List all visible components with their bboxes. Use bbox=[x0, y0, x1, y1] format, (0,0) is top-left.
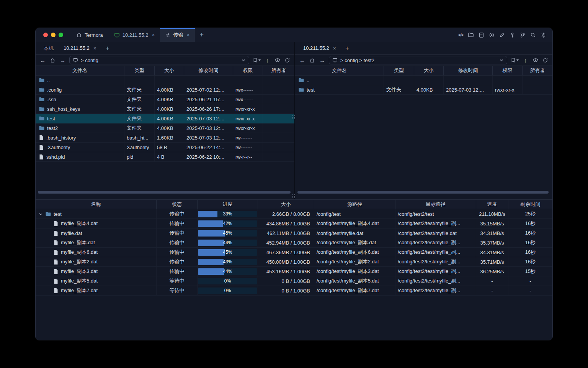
column-header[interactable]: 文件名 bbox=[295, 66, 384, 75]
path-input[interactable]: > config bbox=[69, 56, 249, 64]
panel-splitter-handle[interactable] bbox=[292, 115, 295, 119]
new-tab-button[interactable]: + bbox=[101, 42, 114, 54]
file-perm bbox=[233, 76, 263, 85]
transfer-status: 传输中 bbox=[157, 248, 198, 257]
navbar-right: ← → > config > test2 ↑ bbox=[295, 55, 552, 66]
code-icon[interactable]: </> bbox=[458, 33, 463, 37]
file-row[interactable]: test 文件夹 4.00KB 2025-07-03 12:... rwxr-x… bbox=[295, 85, 552, 95]
titlebar-tab[interactable]: 10.211.55.2 × bbox=[109, 28, 160, 42]
column-header[interactable]: 源路径 bbox=[314, 200, 395, 209]
panel-tab[interactable]: 10.211.55.2 × bbox=[298, 42, 341, 54]
file-row[interactable]: .bash_history bash_hi... 1.60KB 2025-07-… bbox=[36, 133, 294, 143]
column-header[interactable]: 文件名 bbox=[36, 66, 124, 75]
transfer-row[interactable]: myfile_副本3.dat 传输中 44% 453.16MB / 1.00GB… bbox=[36, 267, 552, 276]
horizontal-scrollbar[interactable] bbox=[297, 191, 549, 194]
edit-icon[interactable] bbox=[499, 32, 505, 38]
eye-icon[interactable] bbox=[532, 58, 539, 63]
minimize-window-button[interactable] bbox=[51, 33, 56, 37]
file-type: 文件夹 bbox=[124, 104, 155, 113]
transfer-splitter-handle[interactable] bbox=[292, 194, 295, 198]
column-header[interactable]: 大小 bbox=[155, 66, 184, 75]
column-header[interactable]: 速度 bbox=[476, 200, 508, 209]
transfer-size: 467.36MB / 1.00GB bbox=[258, 248, 314, 257]
chevron-down-icon[interactable] bbox=[499, 58, 504, 62]
column-header[interactable]: 大小 bbox=[414, 66, 444, 75]
key-icon[interactable] bbox=[510, 32, 515, 38]
transfer-name: myfile_副本4.dat bbox=[61, 220, 98, 227]
upload-icon[interactable]: ↑ bbox=[264, 57, 271, 64]
file-row[interactable]: .Xauthority Xauthority 58 B 2025-06-22 1… bbox=[36, 143, 294, 152]
column-header[interactable]: 大小 bbox=[258, 200, 314, 209]
transfer-row[interactable]: myfile_副本4.dat 传输中 42% 434.86MB / 1.00GB… bbox=[36, 219, 552, 228]
forward-icon[interactable]: → bbox=[319, 57, 325, 64]
file-row[interactable]: .. bbox=[36, 76, 294, 85]
back-icon[interactable]: ← bbox=[39, 57, 46, 64]
file-row[interactable]: test2 文件夹 4.00KB 2025-07-03 12:... rwxr-… bbox=[36, 123, 294, 133]
maximize-window-button[interactable] bbox=[59, 33, 63, 37]
refresh-icon[interactable] bbox=[284, 58, 291, 63]
transfer-row[interactable]: test 传输中 33% 2.66GB / 8.00GB /config/tes… bbox=[36, 209, 552, 219]
file-size: 4.00KB bbox=[155, 104, 184, 113]
file-row[interactable]: .config 文件夹 4.00KB 2025-07-02 12:... rwx… bbox=[36, 85, 294, 95]
file-row[interactable]: .. bbox=[295, 76, 552, 85]
record-icon[interactable] bbox=[489, 32, 495, 38]
file-row[interactable]: sshd.pid pid 4 B 2025-06-22 10:... rw-r-… bbox=[36, 152, 294, 162]
column-header[interactable]: 进度 bbox=[198, 200, 258, 209]
transfer-row[interactable]: myfile.dat 传输中 45% 462.11MB / 1.00GB /co… bbox=[36, 228, 552, 238]
transfer-eta: - bbox=[508, 276, 552, 286]
panel-tab[interactable]: 10.211.55.2 × bbox=[59, 42, 101, 54]
column-header[interactable]: 状态 bbox=[157, 200, 198, 209]
file-row[interactable]: test 文件夹 4.00KB 2025-07-03 12:... rwxr-x… bbox=[36, 114, 294, 123]
transfer-row[interactable]: myfile_副本5.dat 等待中 0% 0 B / 1.00GB /conf… bbox=[36, 276, 552, 286]
navbar-left: ← → > config ↑ bbox=[36, 55, 294, 66]
horizontal-scrollbar[interactable] bbox=[38, 191, 291, 194]
column-header[interactable]: 修改时间 bbox=[444, 66, 493, 75]
transfer-row[interactable]: myfile_副本6.dat 传输中 45% 467.36MB / 1.00GB… bbox=[36, 248, 552, 257]
search-icon[interactable] bbox=[530, 32, 536, 38]
transfer-row[interactable]: myfile_副本7.dat 等待中 0% 0 B / 1.00GB /conf… bbox=[36, 286, 552, 296]
column-header[interactable]: 权限 bbox=[233, 66, 263, 75]
transfer-row[interactable]: myfile_副本2.dat 传输中 43% 450.00MB / 1.00GB… bbox=[36, 257, 552, 267]
close-window-button[interactable] bbox=[43, 33, 48, 37]
file-row[interactable]: ssh_host_keys 文件夹 4.00KB 2025-06-26 17:.… bbox=[36, 104, 294, 114]
close-icon[interactable]: × bbox=[151, 32, 155, 38]
column-header[interactable]: 名称 bbox=[36, 200, 157, 209]
upload-icon[interactable]: ↑ bbox=[522, 57, 529, 64]
file-row[interactable]: .ssh 文件夹 4.00KB 2025-06-21 15:... rwx---… bbox=[36, 95, 294, 104]
new-tab-button[interactable]: + bbox=[195, 28, 209, 42]
column-header[interactable]: 剩余时间 bbox=[508, 200, 552, 209]
progress-bar: 44% bbox=[198, 268, 257, 275]
transfer-table: test 传输中 33% 2.66GB / 8.00GB /config/tes… bbox=[36, 209, 552, 296]
home-icon[interactable] bbox=[49, 58, 56, 63]
transfer-eta: 16秒 bbox=[508, 228, 552, 238]
close-icon[interactable]: × bbox=[332, 45, 336, 51]
collapse-icon[interactable] bbox=[39, 212, 43, 216]
titlebar-tab[interactable]: 传输 × bbox=[160, 28, 195, 42]
folder-icon[interactable] bbox=[468, 32, 474, 38]
settings-icon[interactable] bbox=[541, 32, 546, 38]
eye-icon[interactable] bbox=[274, 58, 281, 63]
column-header[interactable]: 目标路径 bbox=[395, 200, 476, 209]
column-header[interactable]: 类型 bbox=[124, 66, 155, 75]
close-icon[interactable]: × bbox=[186, 32, 190, 38]
branch-icon[interactable] bbox=[520, 32, 526, 38]
column-header[interactable]: 类型 bbox=[384, 66, 414, 75]
column-header[interactable]: 权限 bbox=[493, 66, 523, 75]
app-tab[interactable]: Termora bbox=[70, 28, 109, 42]
bookmark-button[interactable] bbox=[253, 58, 261, 63]
panel-tab[interactable]: 本机 bbox=[39, 42, 59, 54]
column-header[interactable]: 所有者 bbox=[523, 66, 552, 75]
new-tab-button[interactable]: + bbox=[341, 42, 353, 54]
transfer-row[interactable]: myfile_副本.dat 传输中 44% 452.94MB / 1.00GB … bbox=[36, 238, 552, 248]
path-input[interactable]: > config > test2 bbox=[329, 56, 507, 64]
refresh-icon[interactable] bbox=[542, 58, 549, 63]
column-header[interactable]: 修改时间 bbox=[184, 66, 233, 75]
bookmark-button[interactable] bbox=[511, 58, 519, 63]
chevron-down-icon[interactable] bbox=[241, 58, 246, 62]
column-header[interactable]: 所有者 bbox=[263, 66, 294, 75]
close-icon[interactable]: × bbox=[93, 45, 96, 51]
forward-icon[interactable]: → bbox=[59, 57, 66, 64]
home-icon[interactable] bbox=[309, 58, 315, 63]
back-icon[interactable]: ← bbox=[299, 57, 305, 64]
log-icon[interactable] bbox=[479, 32, 484, 38]
